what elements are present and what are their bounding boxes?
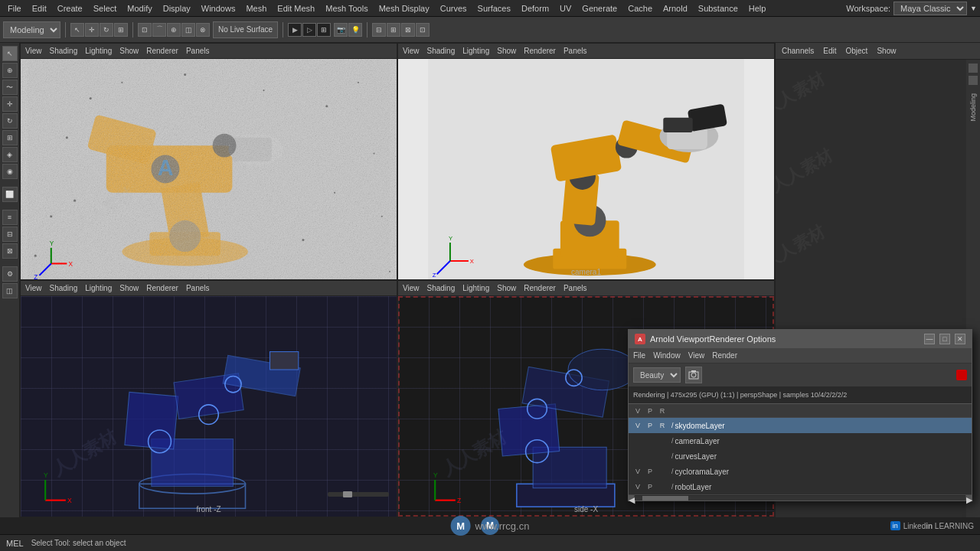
viewport-topleft-canvas[interactable]: A — [21, 59, 397, 279]
viewport-topright-canvas[interactable]: 840 × 360 — [398, 59, 774, 279]
channels-menu[interactable]: Channels — [782, 47, 814, 55]
show-menu[interactable]: Show — [877, 47, 896, 55]
vp-br-show[interactable]: Show — [497, 284, 516, 292]
vp-br-shading[interactable]: Shading — [427, 284, 456, 292]
menu-deform[interactable]: Deform — [517, 2, 554, 15]
vp-tr-shading[interactable]: Shading — [427, 47, 456, 55]
soft-mod[interactable]: ◉ — [2, 164, 18, 179]
dialog-window[interactable]: Window — [653, 351, 681, 360]
select-tool[interactable]: ↖ — [2, 46, 18, 61]
viewport-bottomleft[interactable]: View Shading Lighting Show Renderer Pane… — [20, 280, 397, 517]
menu-mesh-tools[interactable]: Mesh Tools — [321, 2, 372, 15]
menu-mesh-display[interactable]: Mesh Display — [374, 2, 434, 15]
render-region-icon[interactable]: ⊞ — [317, 23, 331, 37]
snap-view-icon[interactable]: ◫ — [181, 23, 195, 37]
vp-bl-panels[interactable]: Panels — [186, 284, 210, 292]
menu-cache[interactable]: Cache — [623, 2, 657, 15]
menu-surfaces[interactable]: Surfaces — [473, 2, 515, 15]
edit-menu[interactable]: Edit — [823, 47, 836, 55]
camera-display-btn[interactable] — [685, 367, 702, 383]
maximize-button[interactable]: □ — [939, 334, 950, 344]
layout3-icon[interactable]: ⊠ — [401, 23, 415, 37]
lasso-tool[interactable]: 〜 — [2, 80, 18, 95]
object-menu[interactable]: Object — [846, 47, 868, 55]
snap-grid-icon[interactable]: ⊡ — [138, 23, 152, 37]
sidebar-icon-1[interactable] — [969, 64, 978, 73]
display-layers[interactable]: ◫ — [2, 283, 18, 298]
layout2-icon[interactable]: ⊞ — [387, 23, 400, 37]
layer-row-2[interactable]: / curvesLayer — [629, 448, 972, 464]
attribute-editor[interactable]: ⊟ — [2, 227, 18, 242]
menu-uv[interactable]: UV — [555, 2, 576, 15]
menu-edit[interactable]: Edit — [28, 2, 51, 15]
universal-manip[interactable]: ◈ — [2, 147, 18, 162]
menu-arnold[interactable]: Arnold — [658, 2, 692, 15]
menu-curves[interactable]: Curves — [436, 2, 472, 15]
move-tool[interactable]: ✛ — [2, 96, 18, 112]
menu-create[interactable]: Create — [53, 2, 87, 15]
vp-tl-show[interactable]: Show — [119, 47, 139, 55]
vp-tl-lighting[interactable]: Lighting — [85, 47, 112, 55]
scale-tool-icon[interactable]: ⊞ — [114, 23, 128, 37]
menu-generate[interactable]: Generate — [577, 2, 622, 15]
vp-tr-view[interactable]: View — [403, 47, 420, 55]
workspace-dropdown-arrow[interactable]: ▼ — [970, 5, 977, 12]
vp-br-lighting[interactable]: Lighting — [462, 284, 489, 292]
vp-tr-panels[interactable]: Panels — [564, 47, 587, 55]
outliner-icon[interactable]: ≡ — [2, 210, 18, 225]
rotate-tool-icon[interactable]: ↻ — [100, 23, 113, 37]
layout1-icon[interactable]: ⊟ — [372, 23, 386, 37]
paint-select-tool[interactable]: ⊕ — [2, 63, 18, 78]
channel-box-icon[interactable]: ⊠ — [2, 243, 18, 259]
layer-row-0[interactable]: V P R / skydomeLayer — [629, 418, 972, 433]
close-button[interactable]: ✕ — [955, 334, 965, 344]
menu-display[interactable]: Display — [158, 2, 195, 15]
minimize-button[interactable]: — — [924, 334, 935, 344]
camera-icon[interactable]: 📷 — [334, 23, 348, 37]
vp-tl-shading[interactable]: Shading — [50, 47, 78, 55]
workspace-select[interactable]: Maya Classic — [893, 2, 967, 15]
layer-row-3[interactable]: V P / cycloramaLayer — [629, 464, 972, 479]
vp-bl-shading[interactable]: Shading — [50, 284, 78, 292]
viewport-bottomleft-canvas[interactable]: 人人素材 X Y front -Z — [21, 296, 397, 517]
vp-tl-view[interactable]: View — [25, 47, 42, 55]
snap-curve-icon[interactable]: ⌒ — [152, 23, 166, 37]
rotate-tool[interactable]: ↻ — [2, 113, 18, 129]
snap-live-icon[interactable]: ⊗ — [196, 23, 210, 37]
select-tool-icon[interactable]: ↖ — [70, 23, 84, 37]
layout4-icon[interactable]: ⊡ — [416, 23, 430, 37]
mode-select[interactable]: Modeling — [3, 21, 60, 38]
snap-point-icon[interactable]: ⊕ — [167, 23, 181, 37]
sidebar-icon-2[interactable] — [969, 76, 978, 85]
vp-br-view[interactable]: View — [403, 284, 420, 292]
no-live-surface-button[interactable]: No Live Surface — [213, 21, 278, 38]
light-icon[interactable]: 💡 — [348, 23, 362, 37]
view-cube[interactable]: ⬜ — [2, 187, 18, 202]
vp-tr-lighting[interactable]: Lighting — [462, 47, 489, 55]
layer-row-1[interactable]: / cameraLayer — [629, 433, 972, 448]
menu-edit-mesh[interactable]: Edit Mesh — [273, 2, 319, 15]
vp-bl-show[interactable]: Show — [119, 284, 139, 292]
scroll-right-btn[interactable]: ▶ — [965, 495, 972, 501]
dialog-file[interactable]: File — [633, 351, 645, 360]
menu-help[interactable]: Help — [744, 2, 771, 15]
vp-tr-show[interactable]: Show — [497, 47, 516, 55]
menu-mesh[interactable]: Mesh — [241, 2, 271, 15]
menu-substance[interactable]: Substance — [694, 2, 743, 15]
vp-br-panels[interactable]: Panels — [564, 284, 587, 292]
dialog-view[interactable]: View — [688, 351, 705, 360]
layer-row-4[interactable]: V P / robotLayer — [629, 479, 972, 494]
scroll-left-btn[interactable]: ◀ — [629, 495, 635, 501]
layer-scrollbar[interactable]: ◀ ▶ — [629, 494, 972, 500]
render-settings-icon[interactable]: ▶ — [288, 23, 302, 37]
vp-tl-renderer[interactable]: Renderer — [146, 47, 178, 55]
beauty-select[interactable]: Beauty — [633, 367, 681, 383]
menu-select[interactable]: Select — [89, 2, 122, 15]
tool-settings[interactable]: ⚙ — [2, 266, 18, 282]
menu-modify[interactable]: Modify — [122, 2, 156, 15]
vp-bl-view[interactable]: View — [25, 284, 42, 292]
vp-tl-panels[interactable]: Panels — [186, 47, 210, 55]
vp-br-renderer[interactable]: Renderer — [524, 284, 556, 292]
vp-bl-lighting[interactable]: Lighting — [85, 284, 112, 292]
move-tool-icon[interactable]: ✛ — [85, 23, 99, 37]
